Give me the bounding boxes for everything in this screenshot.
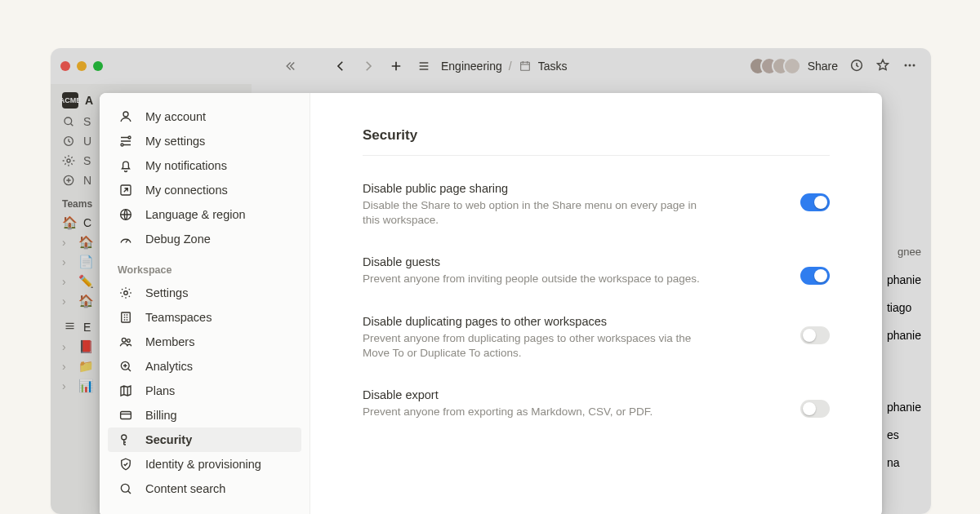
settings-nav-billing[interactable]: Billing	[108, 403, 301, 428]
home-icon: 🏠	[62, 215, 77, 230]
toggle-export[interactable]	[800, 400, 830, 418]
security-option-duplicate: Disable duplicating pages to other works…	[363, 304, 830, 377]
assignee-cell: phanie	[887, 329, 921, 342]
settings-nav-content-search[interactable]: Content search	[108, 476, 301, 501]
settings-nav-label: Security	[145, 433, 192, 446]
gear-icon	[118, 285, 134, 301]
svg-point-21	[121, 484, 129, 492]
settings-sidebar: My account My settings My notifications …	[100, 93, 310, 514]
settings-nav-members[interactable]: Members	[108, 330, 301, 354]
settings-sidebar-header-workspace: Workspace	[105, 251, 305, 281]
breadcrumb-workspace[interactable]: Engineering	[441, 60, 502, 73]
option-description: Prevent anyone from exporting as Markdow…	[363, 405, 653, 419]
card-icon	[118, 407, 134, 423]
settings-nav-label: My connections	[145, 184, 228, 197]
settings-nav-plans[interactable]: Plans	[108, 379, 301, 403]
option-title: Disable guests	[363, 255, 700, 268]
settings-nav-label: Analytics	[145, 360, 193, 373]
nav-forward-button[interactable]	[358, 59, 379, 73]
assignee-cell: es	[887, 428, 921, 441]
security-option-export: Disable export Prevent anyone from expor…	[363, 377, 830, 436]
security-option-guests: Disable guests Prevent anyone from invit…	[363, 244, 830, 303]
user-icon	[118, 109, 134, 125]
assignee-cell: tiago	[887, 301, 921, 314]
toggle-duplicate[interactable]	[800, 326, 830, 344]
breadcrumb-page[interactable]: Tasks	[538, 60, 568, 73]
maximize-window-dot[interactable]	[93, 61, 103, 71]
svg-point-5	[65, 117, 72, 125]
map-icon	[118, 383, 134, 399]
option-description: Prevent anyone from duplicating pages to…	[363, 331, 714, 361]
new-page-button[interactable]	[385, 59, 407, 73]
option-description: Disable the Share to web option in the S…	[363, 198, 714, 228]
building-icon	[118, 309, 134, 326]
settings-nav-identity[interactable]: Identity & provisioning	[108, 452, 301, 476]
more-icon[interactable]	[902, 57, 918, 76]
search-icon	[118, 481, 134, 497]
history-icon[interactable]	[849, 58, 864, 75]
option-title: Disable export	[363, 388, 653, 401]
avatar	[783, 57, 801, 75]
svg-rect-15	[122, 312, 131, 322]
app-window: Engineering / Tasks Share ACME A	[51, 48, 931, 514]
close-window-dot[interactable]	[60, 61, 70, 71]
settings-nav-label: Identity & provisioning	[145, 458, 261, 471]
settings-nav-label: Language & region	[145, 208, 246, 221]
sliders-icon	[118, 133, 134, 149]
settings-nav-label: Teamspaces	[145, 311, 212, 324]
svg-point-2	[905, 64, 907, 66]
key-icon	[118, 432, 134, 448]
link-out-icon	[118, 182, 134, 198]
zoom-icon	[118, 358, 134, 374]
svg-point-7	[67, 159, 70, 162]
svg-rect-0	[520, 62, 529, 70]
settings-page-title: Security	[363, 127, 830, 156]
svg-rect-19	[121, 412, 131, 419]
collapse-sidebar-button[interactable]	[279, 59, 301, 73]
settings-nav-label: Content search	[145, 482, 225, 495]
settings-nav-debug[interactable]: Debug Zone	[108, 227, 301, 251]
svg-point-3	[909, 64, 911, 66]
settings-nav-my-settings[interactable]: My settings	[108, 129, 301, 153]
nav-back-button[interactable]	[330, 59, 351, 73]
settings-nav-teamspaces[interactable]: Teamspaces	[108, 305, 301, 330]
favorite-icon[interactable]	[875, 58, 890, 75]
workspace-logo: ACME	[62, 92, 78, 109]
settings-nav-label: My account	[145, 110, 206, 123]
assignee-cell: phanie	[887, 401, 921, 414]
svg-point-11	[121, 144, 123, 146]
gauge-icon	[118, 231, 134, 247]
breadcrumb-workspace-icon	[413, 60, 434, 73]
share-button[interactable]: Share	[808, 60, 838, 73]
settings-nav-language[interactable]: Language & region	[108, 202, 301, 227]
svg-point-9	[123, 112, 128, 117]
settings-nav-my-account[interactable]: My account	[108, 104, 301, 129]
svg-point-4	[913, 64, 915, 66]
presence-avatars[interactable]	[755, 57, 801, 75]
assignee-cell: na	[887, 456, 921, 469]
workspace-name-truncated: A	[85, 94, 93, 107]
stack-icon	[62, 320, 77, 335]
breadcrumb[interactable]: Engineering / Tasks	[441, 60, 567, 73]
settings-nav-settings[interactable]: Settings	[108, 281, 301, 305]
settings-nav-label: Debug Zone	[145, 233, 211, 246]
bell-icon	[118, 157, 134, 174]
svg-point-17	[127, 339, 131, 343]
settings-nav-connections[interactable]: My connections	[108, 178, 301, 202]
toggle-public-sharing[interactable]	[800, 193, 830, 211]
option-title: Disable duplicating pages to other works…	[363, 315, 714, 328]
topbar: Engineering / Tasks Share	[51, 48, 931, 84]
settings-panel: Security Disable public page sharing Dis…	[310, 93, 882, 514]
settings-nav-label: My notifications	[145, 159, 227, 172]
settings-nav-security[interactable]: Security	[108, 428, 301, 452]
toggle-guests[interactable]	[800, 267, 830, 285]
settings-nav-notifications[interactable]: My notifications	[108, 153, 301, 178]
people-icon	[118, 334, 134, 350]
option-description: Prevent anyone from inviting people outs…	[363, 272, 700, 286]
settings-nav-label: Members	[145, 335, 194, 348]
settings-nav-analytics[interactable]: Analytics	[108, 354, 301, 379]
svg-point-10	[128, 136, 131, 139]
svg-point-16	[122, 338, 126, 342]
globe-icon	[118, 206, 134, 223]
minimize-window-dot[interactable]	[77, 61, 87, 71]
